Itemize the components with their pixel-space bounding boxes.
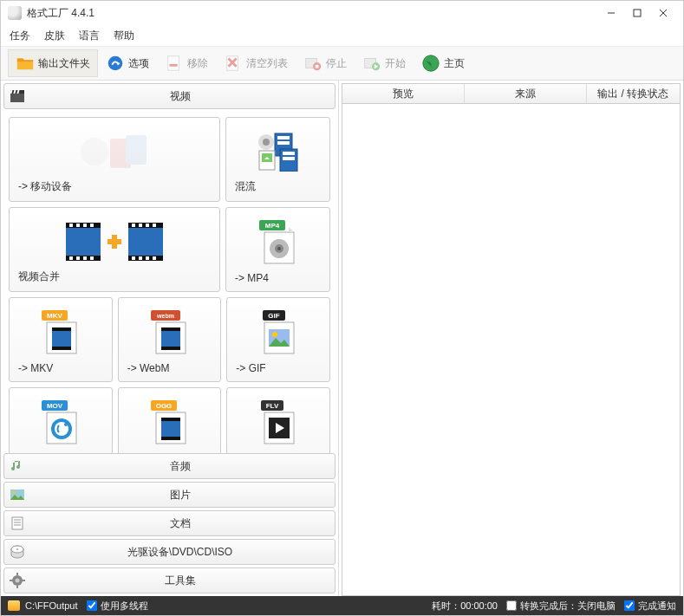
- menu-skin[interactable]: 皮肤: [44, 29, 65, 43]
- svg-rect-53: [132, 256, 135, 260]
- flv-icon: FLV: [236, 393, 321, 452]
- toolbar: 输出文件夹 选项 移除 清空列表 停止: [1, 46, 683, 81]
- svg-rect-52: [153, 224, 156, 227]
- multithread-input[interactable]: [87, 600, 97, 611]
- notify-checkbox[interactable]: 完成通知: [624, 600, 676, 613]
- svg-point-4: [108, 56, 123, 71]
- svg-text:FLV: FLV: [266, 402, 279, 410]
- category-toolset-label: 工具集: [30, 574, 329, 588]
- svg-point-79: [272, 332, 277, 337]
- category-video-header[interactable]: 视频: [3, 83, 335, 109]
- right-panel: 预览 来源 输出 / 转换状态: [339, 81, 683, 596]
- cell-flv[interactable]: FLV -> FLV: [226, 387, 330, 453]
- svg-rect-40: [83, 224, 87, 227]
- svg-rect-54: [139, 256, 142, 260]
- mp4-icon: MP4: [235, 213, 321, 272]
- svg-rect-29: [277, 141, 290, 145]
- cell-mobile-device[interactable]: -> 移动设备: [9, 117, 220, 202]
- close-button[interactable]: [650, 4, 676, 22]
- svg-rect-91: [161, 437, 180, 440]
- svg-rect-28: [277, 136, 290, 139]
- svg-rect-1: [634, 10, 641, 16]
- svg-rect-56: [153, 256, 156, 260]
- cell-mux[interactable]: 混流: [225, 117, 330, 202]
- maximize-button[interactable]: [624, 4, 650, 22]
- svg-point-85: [64, 423, 68, 426]
- stop-button[interactable]: 停止: [296, 49, 355, 77]
- output-folder-label: 输出文件夹: [38, 56, 90, 71]
- cell-mov[interactable]: MOV -> MOV: [9, 387, 113, 453]
- output-folder-button[interactable]: 输出文件夹: [8, 49, 98, 77]
- options-button[interactable]: 选项: [98, 49, 157, 77]
- svg-rect-38: [69, 224, 73, 227]
- folder-icon: [8, 600, 20, 611]
- cell-mkv[interactable]: MKV -> MKV: [9, 297, 113, 382]
- category-picture-label: 图片: [30, 488, 329, 503]
- video-grid: -> 移动设备 混流: [3, 112, 335, 453]
- cell-gif[interactable]: GIF -> GIF: [226, 297, 330, 382]
- shutdown-checkbox[interactable]: 转换完成后：关闭电脑: [506, 600, 616, 613]
- start-label: 开始: [385, 56, 406, 71]
- category-toolset-header[interactable]: 工具集: [3, 567, 335, 593]
- stop-label: 停止: [326, 56, 347, 71]
- output-path-section[interactable]: C:\FFOutput: [8, 600, 78, 611]
- category-rom-label: 光驱设备\DVD\CD\ISO: [30, 545, 329, 560]
- svg-text:OGG: OGG: [155, 402, 172, 410]
- svg-rect-5: [168, 56, 179, 71]
- mov-icon: MOV: [18, 393, 103, 452]
- col-source[interactable]: 来源: [465, 84, 587, 103]
- start-button[interactable]: 开始: [355, 49, 414, 77]
- category-document-label: 文档: [30, 516, 329, 531]
- svg-rect-50: [139, 224, 142, 227]
- svg-point-26: [263, 139, 270, 146]
- menubar: 任务 皮肤 语言 帮助: [1, 25, 683, 46]
- svg-text:webm: webm: [156, 313, 174, 319]
- clear-label: 清空列表: [246, 56, 288, 71]
- svg-rect-34: [283, 157, 295, 160]
- svg-rect-106: [16, 573, 18, 575]
- svg-rect-107: [16, 586, 18, 588]
- svg-point-62: [277, 247, 281, 250]
- category-rom-header[interactable]: 光驱设备\DVD\CD\ISO: [3, 539, 335, 565]
- category-document-header[interactable]: 文档: [3, 510, 335, 536]
- start-icon: [362, 54, 381, 73]
- mux-icon: [235, 123, 321, 179]
- cell-mp4[interactable]: MP4 -> MP4: [225, 207, 330, 292]
- menu-task[interactable]: 任务: [10, 29, 30, 43]
- task-list[interactable]: [342, 104, 681, 596]
- shutdown-label: 转换完成后：关闭电脑: [520, 600, 616, 613]
- home-button[interactable]: 主页: [414, 49, 472, 77]
- remove-button[interactable]: 移除: [157, 49, 216, 77]
- svg-rect-12: [316, 65, 319, 68]
- category-picture-header[interactable]: 图片: [3, 482, 335, 508]
- minimize-button[interactable]: [598, 4, 624, 22]
- cell-webm[interactable]: webm -> WebM: [118, 297, 222, 382]
- video-join-icon: [18, 213, 211, 269]
- svg-text:MOV: MOV: [47, 402, 63, 410]
- cell-video-join[interactable]: 视频合并: [9, 207, 220, 292]
- svg-point-105: [16, 579, 20, 583]
- output-path: C:\FFOutput: [25, 600, 78, 611]
- clear-icon: [224, 54, 243, 73]
- col-preview[interactable]: 预览: [342, 84, 465, 103]
- notify-input[interactable]: [624, 600, 635, 611]
- svg-rect-24: [126, 135, 147, 165]
- category-audio-header[interactable]: 音频: [3, 453, 335, 479]
- clear-list-button[interactable]: 清空列表: [216, 49, 296, 77]
- svg-rect-46: [128, 223, 163, 261]
- music-note-icon: [10, 458, 25, 474]
- col-output[interactable]: 输出 / 转换状态: [587, 84, 681, 103]
- options-label: 选项: [128, 56, 149, 71]
- svg-point-22: [81, 138, 108, 165]
- cell-mp4-label: -> MP4: [235, 272, 321, 284]
- svg-rect-44: [83, 256, 87, 260]
- app-window: 格式工厂 4.4.1 任务 皮肤 语言 帮助 输出文件夹 选项: [0, 0, 684, 616]
- webm-icon: webm: [127, 303, 212, 362]
- svg-rect-67: [52, 327, 71, 331]
- svg-rect-41: [90, 224, 94, 227]
- multithread-checkbox[interactable]: 使用多线程: [87, 600, 148, 613]
- menu-language[interactable]: 语言: [79, 29, 100, 43]
- shutdown-input[interactable]: [506, 600, 517, 611]
- cell-ogg[interactable]: OGG -> OGG: [118, 387, 222, 453]
- menu-help[interactable]: 帮助: [114, 29, 134, 43]
